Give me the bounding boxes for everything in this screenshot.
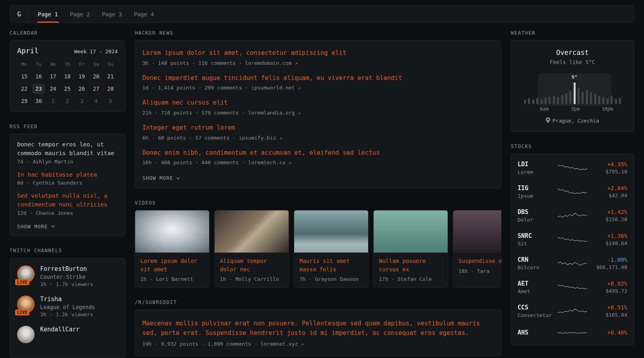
hn-item-title[interactable]: Donec enim nibh, condimentum et accumsan…: [142, 149, 494, 158]
stock-price: $795.18: [589, 169, 627, 175]
video-card[interactable]: Suspendisse diam 18h · Tara: [453, 210, 501, 288]
avatar: LIVE: [17, 296, 35, 313]
hn-item-domain-link[interactable]: ipsumworld.net ↗: [251, 85, 301, 91]
video-row: Lorem ipsum dolor sit amet consectetu… 1…: [135, 210, 501, 288]
dashboard-columns: CALENDAR April Week 17 · 2024 Mo Tu We T…: [10, 30, 634, 358]
tab-page-4[interactable]: Page 4: [128, 6, 160, 23]
stock-sparkline: [558, 210, 587, 221]
weather-chart: 9° 6am 2pm 10pm: [521, 72, 624, 112]
twitch-channel[interactable]: LIVE Trisha League of Legends 3h · 1.2k …: [17, 296, 118, 317]
stock-price: $148.64: [589, 240, 627, 246]
stock-row: LDI Lorem +4.35% $795.18: [518, 156, 627, 180]
top-navigation: G Page 1 Page 2 Page 3 Page 4: [10, 5, 634, 23]
center-column: HACKER NEWS Lorem ipsum dolor sit amet, …: [135, 30, 501, 358]
stock-change: +0.46%: [589, 329, 627, 336]
stock-name: Lorem: [518, 169, 556, 175]
rss-show-more-button[interactable]: SHOW MORE: [17, 224, 55, 230]
weather-bar: [582, 91, 584, 104]
hn-item-title[interactable]: Aliquam nec cursus elit: [142, 99, 494, 107]
weather-bar: [536, 98, 538, 104]
tab-page-2[interactable]: Page 2: [64, 6, 96, 23]
stock-sparkline: [558, 328, 587, 338]
weather-condition: Overcast: [518, 49, 627, 56]
weather-time-labels: 6am 2pm 10pm: [524, 106, 621, 112]
twitch-widget: TWITCH CHANNELS LIVE ForrestBurton Count…: [10, 247, 125, 358]
calendar-header: April Week 17 · 2024: [17, 47, 118, 55]
video-card[interactable]: Aliquam tempor dolor nec pharetra… 1h · …: [214, 210, 289, 288]
stock-id: AET Amet: [518, 280, 556, 294]
stock-symbol: AHS: [518, 329, 556, 336]
calendar-grid: Mo Tu We Th Fr Sa Su 15 16 17 18 19 20 2…: [17, 60, 118, 106]
stock-price: $499.72: [589, 288, 627, 294]
hn-item-domain-link[interactable]: loremtech.co ↗: [248, 160, 291, 165]
weather-feels-like: Feels like 5°C: [518, 59, 627, 65]
video-body: Suspendisse diam 18h · Tara: [453, 253, 501, 279]
weather-bars: 9°: [524, 82, 621, 104]
calendar-day-selected: 23: [33, 84, 45, 93]
video-thumbnail: [135, 210, 209, 253]
tab-page-3[interactable]: Page 3: [96, 6, 128, 23]
stock-sparkline: [558, 306, 587, 316]
reddit-post-domain-link[interactable]: loremnet.xyz ↗: [260, 341, 304, 347]
stocks-card: LDI Lorem +4.35% $795.18 IIG Ipsum: [511, 154, 634, 345]
hn-item-title[interactable]: Donec imperdiet augue tincidunt felis al…: [142, 74, 494, 83]
reddit-post-domain: loremnet.xyz: [260, 341, 298, 347]
rss-item-title[interactable]: Sed volutpat nulla nisl, a condimentum n…: [17, 192, 118, 209]
calendar-weekday: Tu: [31, 60, 46, 69]
stock-id: DBS Dolor: [518, 208, 556, 223]
twitch-channel[interactable]: LIVE ForrestBurton Counter-Strike 1h · 1…: [17, 265, 118, 287]
hn-item-domain-link[interactable]: ipsumify.biz ↗: [239, 135, 282, 141]
hacker-news-widget: HACKER NEWS Lorem ipsum dolor sit amet, …: [135, 30, 501, 188]
stock-change: +0.92%: [589, 280, 627, 287]
rss-item-title[interactable]: Donec tempor eros leo, ut commodo mauris…: [17, 140, 118, 158]
stock-numbers: +4.35% $795.18: [589, 161, 627, 175]
calendar-day: 19: [76, 72, 88, 81]
hn-item-title[interactable]: Integer eget rutrum lorem: [142, 124, 494, 132]
tab-page-1[interactable]: Page 1: [32, 6, 64, 23]
calendar-month: April: [17, 47, 39, 55]
hn-item-title[interactable]: Lorem ipsum dolor sit amet, consectetur …: [142, 49, 494, 58]
weather-bar: [549, 97, 551, 104]
weather-time-label: 10pm: [601, 106, 613, 112]
hn-item-stats: 6h · 60 points · 57 comments ·: [142, 135, 239, 141]
weather-bar: [574, 82, 576, 104]
hn-item-domain-link[interactable]: loremlandia.org ↗: [248, 110, 301, 116]
calendar-week-label: Week 17 · 2024: [74, 49, 118, 54]
stock-row: AET Amet +0.92% $499.72: [518, 275, 627, 299]
stock-numbers: -1.00% $66,171.48: [589, 257, 627, 270]
video-body: Mauris sit amet massa felis 7h · Grayson…: [294, 253, 368, 287]
stock-numbers: +1.36% $148.64: [589, 233, 627, 246]
video-card[interactable]: Mauris sit amet massa felis 7h · Grayson…: [294, 210, 369, 288]
reddit-post-title[interactable]: Maecenas mollis pulvinar erat non posuer…: [142, 319, 494, 338]
stock-numbers: +2.84% $42.04: [589, 185, 627, 198]
calendar-day: 30: [33, 96, 45, 106]
dashboard-page: G Page 1 Page 2 Page 3 Page 4 CALENDAR A…: [0, 0, 644, 358]
rss-item-title[interactable]: In hac habitasse platea: [17, 171, 118, 179]
hn-item: Donec enim nibh, condimentum et accumsan…: [142, 149, 494, 166]
twitch-channel[interactable]: KendallCarr: [17, 326, 118, 343]
page-tabs: Page 1 Page 2 Page 3 Page 4: [29, 6, 163, 23]
video-card[interactable]: Lorem ipsum dolor sit amet consectetu… 1…: [135, 210, 209, 288]
weather-bar: [615, 99, 617, 104]
video-card[interactable]: Nullam posuere cursus ex 17h · Stefan Co…: [373, 210, 448, 288]
video-title: Nullam posuere cursus ex: [379, 257, 442, 273]
calendar-day: 3: [76, 96, 88, 106]
stock-symbol: LDI: [518, 161, 556, 168]
video-meta: 18h · Tara: [458, 268, 501, 274]
stock-id: IIG Ipsum: [518, 185, 556, 199]
hn-show-more-button[interactable]: SHOW MORE: [142, 175, 180, 181]
stocks-widget: STOCKS LDI Lorem +4.35% $795.18: [511, 143, 634, 345]
section-title-subreddit: /R/SUBREDDIT: [135, 299, 501, 305]
hn-item-domain: loremlandia.org: [248, 110, 295, 116]
weather-card: Overcast Feels like 5°C 9° 6am 2pm 10pm: [511, 40, 634, 132]
hn-item-stats: 21h · 710 points · 579 comments ·: [142, 110, 248, 116]
app-logo: G: [10, 6, 29, 23]
weather-location-text: Prague, Czechia: [553, 118, 599, 124]
avatar: LIVE: [17, 265, 35, 283]
hn-item-domain-link[interactable]: loremdomain.com ↗: [245, 60, 297, 66]
calendar-day: 22: [18, 84, 30, 93]
weather-bar: [598, 96, 600, 104]
stock-name: Ipsum: [518, 193, 556, 199]
stock-sparkline: [558, 187, 587, 197]
hn-item: Aliquam nec cursus elit 21h · 710 points…: [142, 99, 494, 116]
